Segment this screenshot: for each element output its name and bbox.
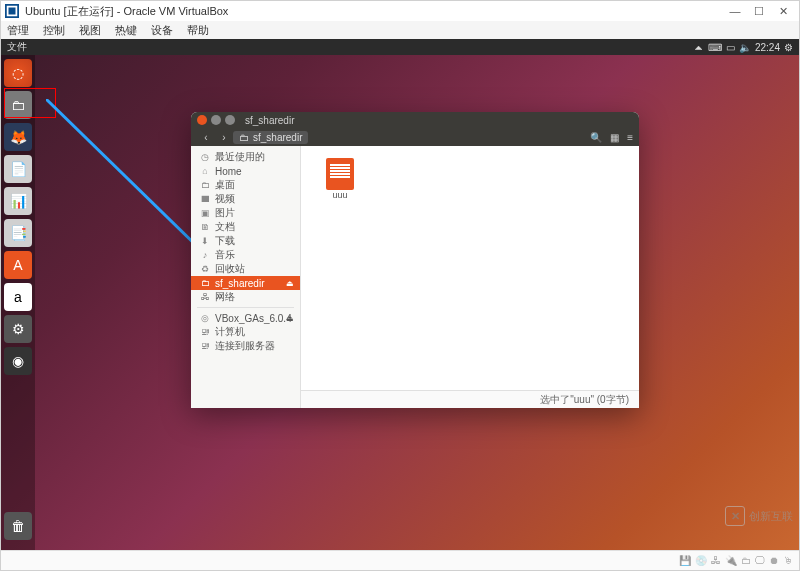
sidebar-item-Home[interactable]: ⌂Home — [191, 164, 300, 178]
close-button[interactable]: ✕ — [771, 2, 795, 20]
sb-mouse-icon[interactable]: 🖰 — [783, 555, 793, 566]
clock[interactable]: 22:24 — [755, 42, 780, 53]
sidebar-item-网络[interactable]: 🖧网络 — [191, 290, 300, 304]
hamburger-icon[interactable]: ≡ — [627, 132, 633, 143]
sidebar-label: 网络 — [215, 290, 235, 304]
file-icon — [326, 158, 354, 190]
window-title: sf_sharedir — [245, 115, 294, 126]
sidebar-item-桌面[interactable]: 🗀桌面 — [191, 178, 300, 192]
sidebar-label: 图片 — [215, 206, 235, 220]
launcher-settings[interactable]: ⚙ — [4, 315, 32, 343]
launcher-files[interactable]: 🗀 — [4, 91, 32, 119]
launcher-firefox[interactable]: 🦊 — [4, 123, 32, 151]
watermark: ✕ 创新互联 — [725, 506, 793, 526]
sb-record-icon[interactable]: ⏺ — [769, 555, 779, 566]
sidebar-icon: ♪ — [199, 250, 211, 260]
file-item[interactable]: uuu — [313, 158, 367, 200]
watermark-icon: ✕ — [725, 506, 745, 526]
ubuntu-app-menu[interactable]: 文件 — [7, 40, 27, 54]
sidebar-icon: ⌂ — [199, 166, 211, 176]
sidebar-icon: ▣ — [199, 208, 211, 218]
menu-manage[interactable]: 管理 — [7, 23, 29, 38]
sb-folder-icon[interactable]: 🗀 — [741, 555, 751, 566]
menu-view[interactable]: 视图 — [79, 23, 101, 38]
file-name: uuu — [332, 190, 347, 200]
sidebar-icon: 🖳 — [199, 341, 211, 351]
sidebar-label: 桌面 — [215, 178, 235, 192]
window-minimize-icon[interactable] — [211, 115, 221, 125]
sidebar-icon: ♻ — [199, 264, 211, 274]
search-icon[interactable]: 🔍 — [590, 132, 602, 143]
sidebar-label: 最近使用的 — [215, 150, 265, 164]
minimize-button[interactable]: — — [723, 2, 747, 20]
sidebar-icon: ◎ — [199, 313, 211, 323]
sidebar-label: 视频 — [215, 192, 235, 206]
battery-icon[interactable]: ▭ — [726, 42, 735, 53]
ubuntu-menubar: 文件 ⏶ ⌨ ▭ 🔈 22:24 ⚙ — [1, 39, 799, 55]
sidebar-icon: 🗎 — [199, 222, 211, 232]
sidebar-item-VBox_GAs_6.0.4[interactable]: ◎VBox_GAs_6.0.4⏏ — [191, 311, 300, 325]
sb-cd-icon[interactable]: 💿 — [695, 555, 707, 566]
menu-help[interactable]: 帮助 — [187, 23, 209, 38]
eject-icon[interactable]: ⏏ — [286, 314, 294, 323]
sidebar-icon: 🗀 — [199, 180, 211, 190]
svg-rect-2 — [9, 8, 16, 15]
sidebar-label: VBox_GAs_6.0.4 — [215, 313, 292, 324]
sb-hdd-icon[interactable]: 💾 — [679, 555, 691, 566]
launcher-calc[interactable]: 📊 — [4, 187, 32, 215]
sb-display-icon[interactable]: 🖵 — [755, 555, 765, 566]
sidebar-item-回收站[interactable]: ♻回收站 — [191, 262, 300, 276]
launcher-software[interactable]: A — [4, 251, 32, 279]
vm-display: 文件 ⏶ ⌨ ▭ 🔈 22:24 ⚙ ◌ 🗀 🦊 📄 📊 📑 A a ⚙ ◉ 🗑 — [1, 39, 799, 550]
vbox-titlebar: Ubuntu [正在运行] - Oracle VM VirtualBox — ☐… — [1, 1, 799, 21]
sidebar-item-音乐[interactable]: ♪音乐 — [191, 248, 300, 262]
launcher-trash[interactable]: 🗑 — [4, 512, 32, 540]
file-sidebar: ◷最近使用的⌂Home🗀桌面⯀视频▣图片🗎文档⬇下载♪音乐♻回收站🗀sf_sha… — [191, 146, 301, 408]
breadcrumb[interactable]: 🗀 sf_sharedir — [233, 131, 308, 144]
sidebar-icon: 🗀 — [199, 278, 211, 288]
unity-launcher: ◌ 🗀 🦊 📄 📊 📑 A a ⚙ ◉ 🗑 — [1, 55, 35, 550]
vbox-title: Ubuntu [正在运行] - Oracle VM VirtualBox — [25, 4, 228, 19]
view-grid-icon[interactable]: ▦ — [610, 132, 619, 143]
menu-devices[interactable]: 设备 — [151, 23, 173, 38]
menu-control[interactable]: 控制 — [43, 23, 65, 38]
launcher-amazon[interactable]: a — [4, 283, 32, 311]
eject-icon[interactable]: ⏏ — [286, 279, 294, 288]
sidebar-icon: 🖧 — [199, 292, 211, 302]
file-manager-window: sf_sharedir ‹ › 🗀 sf_sharedir 🔍 ▦ ≡ — [191, 112, 639, 408]
folder-icon: 🗀 — [239, 132, 249, 143]
nav-forward-button[interactable]: › — [215, 132, 233, 143]
input-icon[interactable]: ⌨ — [708, 42, 722, 53]
sound-icon[interactable]: 🔈 — [739, 42, 751, 53]
sidebar-item-最近使用的[interactable]: ◷最近使用的 — [191, 150, 300, 164]
sb-usb-icon[interactable]: 🔌 — [725, 555, 737, 566]
sidebar-item-sf_sharedir[interactable]: 🗀sf_sharedir⏏ — [191, 276, 300, 290]
sidebar-label: Home — [215, 166, 242, 177]
sb-net-icon[interactable]: 🖧 — [711, 555, 721, 566]
launcher-help[interactable]: ◉ — [4, 347, 32, 375]
launcher-writer[interactable]: 📄 — [4, 155, 32, 183]
sidebar-item-图片[interactable]: ▣图片 — [191, 206, 300, 220]
sidebar-label: 计算机 — [215, 325, 245, 339]
sidebar-icon: ⬇ — [199, 236, 211, 246]
launcher-impress[interactable]: 📑 — [4, 219, 32, 247]
status-text: 选中了"uuu" (0字节) — [540, 393, 629, 407]
window-maximize-icon[interactable] — [225, 115, 235, 125]
gear-icon[interactable]: ⚙ — [784, 42, 793, 53]
nav-back-button[interactable]: ‹ — [197, 132, 215, 143]
network-icon[interactable]: ⏶ — [694, 42, 704, 53]
window-close-icon[interactable] — [197, 115, 207, 125]
sidebar-item-文档[interactable]: 🗎文档 — [191, 220, 300, 234]
sidebar-label: 音乐 — [215, 248, 235, 262]
sidebar-label: sf_sharedir — [215, 278, 264, 289]
sidebar-item-视频[interactable]: ⯀视频 — [191, 192, 300, 206]
sidebar-item-计算机[interactable]: 🖳计算机 — [191, 325, 300, 339]
sidebar-item-连接到服务器[interactable]: 🖳连接到服务器 — [191, 339, 300, 353]
sidebar-label: 回收站 — [215, 262, 245, 276]
menu-hotkeys[interactable]: 热键 — [115, 23, 137, 38]
launcher-dash[interactable]: ◌ — [4, 59, 32, 87]
maximize-button[interactable]: ☐ — [747, 2, 771, 20]
sidebar-icon: ⯀ — [199, 194, 211, 204]
status-bar: 选中了"uuu" (0字节) — [301, 390, 639, 408]
sidebar-item-下载[interactable]: ⬇下载 — [191, 234, 300, 248]
